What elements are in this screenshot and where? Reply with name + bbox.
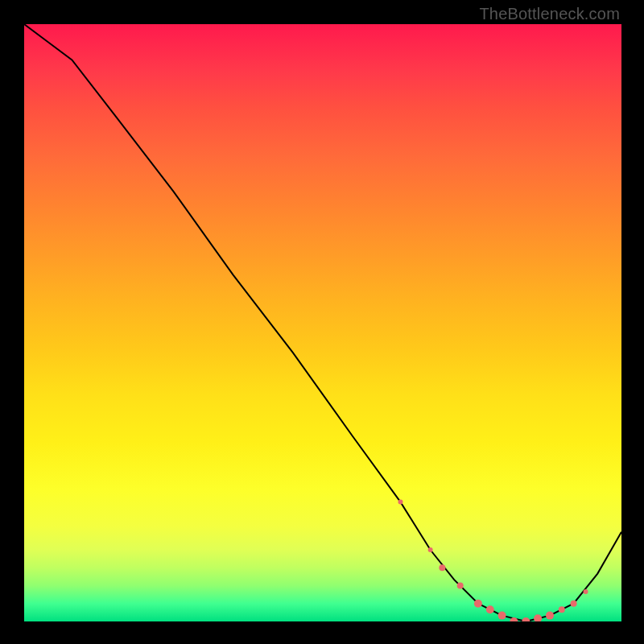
chart-container: TheBottleneck.com <box>0 0 644 644</box>
marker-point <box>559 606 565 613</box>
marker-point <box>439 564 445 571</box>
marker-point <box>486 605 494 613</box>
marker-point <box>584 589 588 594</box>
marker-point <box>534 614 542 621</box>
marker-point <box>546 612 554 620</box>
curve-svg <box>24 24 621 621</box>
marker-point <box>457 583 464 589</box>
marker-point <box>474 600 482 608</box>
marker-group <box>398 500 588 621</box>
plot-area <box>24 24 621 621</box>
marker-point <box>571 601 577 607</box>
marker-point <box>398 500 403 505</box>
marker-point <box>522 617 530 621</box>
watermark-label: TheBottleneck.com <box>479 5 620 23</box>
marker-point <box>428 547 433 552</box>
marker-point <box>498 612 506 620</box>
bottleneck-curve <box>24 24 621 621</box>
